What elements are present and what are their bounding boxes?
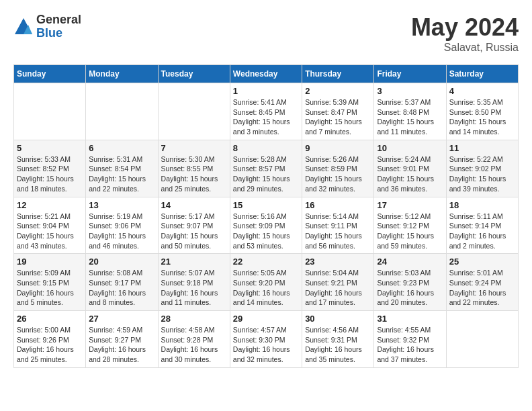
calendar-day-cell: 31Sunrise: 4:55 AM Sunset: 9:32 PM Dayli…	[374, 311, 446, 368]
day-info: Sunrise: 5:11 AM Sunset: 9:14 PM Dayligh…	[449, 212, 515, 251]
calendar-day-cell: 12Sunrise: 5:21 AM Sunset: 9:04 PM Dayli…	[14, 197, 86, 254]
weekday-header: Thursday	[302, 65, 374, 83]
day-number: 24	[377, 257, 443, 267]
day-info: Sunrise: 4:57 AM Sunset: 9:30 PM Dayligh…	[233, 325, 299, 365]
calendar-day-cell: 27Sunrise: 4:59 AM Sunset: 9:27 PM Dayli…	[86, 311, 158, 368]
calendar-day-cell: 3Sunrise: 5:37 AM Sunset: 8:48 PM Daylig…	[374, 83, 446, 140]
day-info: Sunrise: 5:35 AM Sunset: 8:50 PM Dayligh…	[449, 97, 515, 137]
calendar-day-cell: 15Sunrise: 5:16 AM Sunset: 9:09 PM Dayli…	[230, 197, 302, 254]
day-number: 2	[305, 86, 371, 96]
calendar-day-cell: 13Sunrise: 5:19 AM Sunset: 9:06 PM Dayli…	[86, 197, 158, 254]
day-info: Sunrise: 5:14 AM Sunset: 9:11 PM Dayligh…	[305, 212, 371, 251]
day-number: 28	[161, 314, 227, 324]
day-info: Sunrise: 5:05 AM Sunset: 9:20 PM Dayligh…	[233, 268, 299, 308]
day-number: 9	[305, 143, 371, 153]
logo-icon	[13, 17, 34, 37]
calendar-day-cell: 10Sunrise: 5:24 AM Sunset: 9:01 PM Dayli…	[374, 140, 446, 197]
day-number: 14	[161, 200, 227, 210]
day-info: Sunrise: 5:00 AM Sunset: 9:26 PM Dayligh…	[17, 325, 83, 365]
weekday-header: Saturday	[446, 65, 518, 83]
weekday-header: Tuesday	[158, 65, 230, 83]
calendar-day-cell: 23Sunrise: 5:04 AM Sunset: 9:21 PM Dayli…	[302, 254, 374, 311]
day-info: Sunrise: 5:31 AM Sunset: 8:54 PM Dayligh…	[89, 154, 154, 194]
day-number: 22	[233, 257, 299, 267]
calendar-day-cell: 9Sunrise: 5:26 AM Sunset: 8:59 PM Daylig…	[302, 140, 374, 197]
calendar-week-row: 5Sunrise: 5:33 AM Sunset: 8:52 PM Daylig…	[14, 140, 519, 197]
day-info: Sunrise: 5:30 AM Sunset: 8:55 PM Dayligh…	[161, 154, 227, 194]
calendar-day-cell: 19Sunrise: 5:09 AM Sunset: 9:15 PM Dayli…	[14, 254, 86, 311]
calendar-week-row: 12Sunrise: 5:21 AM Sunset: 9:04 PM Dayli…	[14, 197, 519, 254]
day-info: Sunrise: 4:56 AM Sunset: 9:31 PM Dayligh…	[305, 325, 371, 365]
day-info: Sunrise: 5:09 AM Sunset: 9:15 PM Dayligh…	[17, 268, 83, 308]
day-info: Sunrise: 5:01 AM Sunset: 9:24 PM Dayligh…	[449, 268, 515, 308]
logo-blue-text: Blue	[36, 27, 81, 40]
day-number: 30	[305, 314, 371, 324]
day-info: Sunrise: 5:28 AM Sunset: 8:57 PM Dayligh…	[233, 154, 299, 194]
day-info: Sunrise: 4:59 AM Sunset: 9:27 PM Dayligh…	[89, 325, 154, 365]
day-number: 29	[233, 314, 299, 324]
calendar-day-cell: 21Sunrise: 5:07 AM Sunset: 9:18 PM Dayli…	[158, 254, 230, 311]
day-number: 13	[89, 200, 154, 210]
calendar-day-cell: 29Sunrise: 4:57 AM Sunset: 9:30 PM Dayli…	[230, 311, 302, 368]
calendar-day-cell: 18Sunrise: 5:11 AM Sunset: 9:14 PM Dayli…	[446, 197, 518, 254]
day-info: Sunrise: 5:04 AM Sunset: 9:21 PM Dayligh…	[305, 268, 371, 308]
day-number: 5	[17, 143, 83, 153]
day-info: Sunrise: 5:19 AM Sunset: 9:06 PM Dayligh…	[89, 212, 154, 251]
page-header: General Blue May 2024 Salavat, Russia	[13, 13, 519, 54]
day-number: 27	[89, 314, 154, 324]
day-number: 17	[377, 200, 443, 210]
calendar-day-cell	[14, 83, 86, 140]
calendar-day-cell: 16Sunrise: 5:14 AM Sunset: 9:11 PM Dayli…	[302, 197, 374, 254]
day-number: 3	[377, 86, 443, 96]
day-info: Sunrise: 5:03 AM Sunset: 9:23 PM Dayligh…	[377, 268, 443, 308]
day-info: Sunrise: 5:41 AM Sunset: 8:45 PM Dayligh…	[233, 97, 299, 137]
day-number: 11	[449, 143, 515, 153]
calendar-day-cell: 7Sunrise: 5:30 AM Sunset: 8:55 PM Daylig…	[158, 140, 230, 197]
day-info: Sunrise: 5:22 AM Sunset: 9:02 PM Dayligh…	[449, 154, 515, 194]
day-info: Sunrise: 5:37 AM Sunset: 8:48 PM Dayligh…	[377, 97, 443, 137]
calendar-day-cell: 4Sunrise: 5:35 AM Sunset: 8:50 PM Daylig…	[446, 83, 518, 140]
day-info: Sunrise: 5:12 AM Sunset: 9:12 PM Dayligh…	[377, 212, 443, 251]
day-info: Sunrise: 5:07 AM Sunset: 9:18 PM Dayligh…	[161, 268, 227, 308]
calendar-body: 1Sunrise: 5:41 AM Sunset: 8:45 PM Daylig…	[14, 83, 519, 368]
day-number: 26	[17, 314, 83, 324]
calendar-day-cell: 5Sunrise: 5:33 AM Sunset: 8:52 PM Daylig…	[14, 140, 86, 197]
day-info: Sunrise: 4:58 AM Sunset: 9:28 PM Dayligh…	[161, 325, 227, 365]
weekday-header: Wednesday	[230, 65, 302, 83]
calendar-day-cell: 28Sunrise: 4:58 AM Sunset: 9:28 PM Dayli…	[158, 311, 230, 368]
calendar-header: SundayMondayTuesdayWednesdayThursdayFrid…	[14, 65, 519, 83]
weekday-row: SundayMondayTuesdayWednesdayThursdayFrid…	[14, 65, 519, 83]
day-info: Sunrise: 5:33 AM Sunset: 8:52 PM Dayligh…	[17, 154, 83, 194]
day-number: 10	[377, 143, 443, 153]
day-number: 25	[449, 257, 515, 267]
calendar-day-cell: 2Sunrise: 5:39 AM Sunset: 8:47 PM Daylig…	[302, 83, 374, 140]
calendar-day-cell	[158, 83, 230, 140]
calendar-day-cell	[86, 83, 158, 140]
weekday-header: Monday	[86, 65, 158, 83]
day-number: 1	[233, 86, 299, 96]
day-info: Sunrise: 4:55 AM Sunset: 9:32 PM Dayligh…	[377, 325, 443, 365]
calendar-day-cell: 8Sunrise: 5:28 AM Sunset: 8:57 PM Daylig…	[230, 140, 302, 197]
day-info: Sunrise: 5:26 AM Sunset: 8:59 PM Dayligh…	[305, 154, 371, 194]
weekday-header: Sunday	[14, 65, 86, 83]
day-number: 16	[305, 200, 371, 210]
calendar-day-cell: 11Sunrise: 5:22 AM Sunset: 9:02 PM Dayli…	[446, 140, 518, 197]
day-info: Sunrise: 5:16 AM Sunset: 9:09 PM Dayligh…	[233, 212, 299, 251]
day-number: 19	[17, 257, 83, 267]
calendar-week-row: 1Sunrise: 5:41 AM Sunset: 8:45 PM Daylig…	[14, 83, 519, 140]
logo-general-text: General	[36, 13, 81, 27]
calendar-day-cell: 30Sunrise: 4:56 AM Sunset: 9:31 PM Dayli…	[302, 311, 374, 368]
day-number: 7	[161, 143, 227, 153]
weekday-header: Friday	[374, 65, 446, 83]
calendar-day-cell: 24Sunrise: 5:03 AM Sunset: 9:23 PM Dayli…	[374, 254, 446, 311]
calendar-day-cell: 6Sunrise: 5:31 AM Sunset: 8:54 PM Daylig…	[86, 140, 158, 197]
logo: General Blue	[13, 13, 81, 40]
month-title: May 2024	[411, 13, 519, 42]
day-number: 23	[305, 257, 371, 267]
day-info: Sunrise: 5:08 AM Sunset: 9:17 PM Dayligh…	[89, 268, 154, 308]
day-number: 31	[377, 314, 443, 324]
calendar-day-cell: 1Sunrise: 5:41 AM Sunset: 8:45 PM Daylig…	[230, 83, 302, 140]
calendar-table: SundayMondayTuesdayWednesdayThursdayFrid…	[13, 64, 519, 368]
calendar-day-cell: 20Sunrise: 5:08 AM Sunset: 9:17 PM Dayli…	[86, 254, 158, 311]
day-info: Sunrise: 5:39 AM Sunset: 8:47 PM Dayligh…	[305, 97, 371, 137]
